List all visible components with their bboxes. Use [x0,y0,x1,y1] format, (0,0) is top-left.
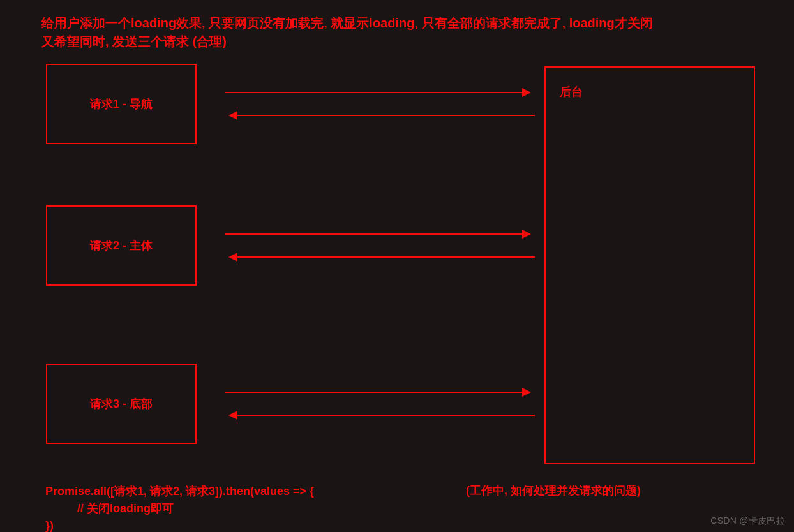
title-line-2: 又希望同时, 发送三个请求 (合理) [41,34,227,48]
diagram-title: 给用户添加一个loading效果, 只要网页没有加载完, 就显示loading,… [41,14,756,51]
code-line-3: }) [45,519,54,532]
arrow-req1-to-backend [225,92,530,93]
request-box-1: 请求1 - 导航 [46,64,197,144]
diagram-note: (工作中, 如何处理并发请求的问题) [466,483,641,498]
request-1-label: 请求1 - 导航 [90,96,153,112]
request-box-2: 请求2 - 主体 [46,205,197,286]
arrow-req3-to-backend [225,392,530,393]
request-3-label: 请求3 - 底部 [90,396,153,411]
code-line-2: // 关闭loading即可 [45,502,174,515]
code-snippet: Promise.all([请求1, 请求2, 请求3]).then(values… [45,483,314,532]
code-line-1: Promise.all([请求1, 请求2, 请求3]).then(values… [45,485,314,498]
title-line-1: 给用户添加一个loading效果, 只要网页没有加载完, 就显示loading,… [41,16,653,30]
backend-label: 后台 [560,84,583,100]
backend-box [544,66,755,464]
arrow-backend-to-req3 [230,415,535,416]
arrow-req2-to-backend [225,233,530,235]
request-box-3: 请求3 - 底部 [46,364,197,444]
watermark: CSDN @卡皮巴拉 [710,515,785,527]
arrow-backend-to-req2 [230,256,535,258]
arrow-backend-to-req1 [230,115,535,116]
request-2-label: 请求2 - 主体 [90,238,153,253]
